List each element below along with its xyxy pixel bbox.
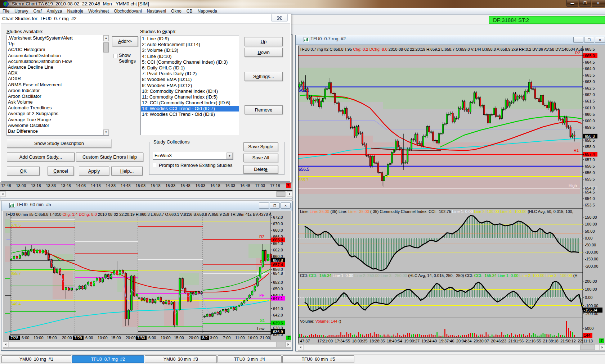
svg-text:13:48: 13:48 xyxy=(61,183,71,188)
svg-text:642.0: 642.0 xyxy=(273,313,283,317)
svg-text:15:00: 15:00 xyxy=(47,336,57,340)
svg-text:15:00: 15:00 xyxy=(174,336,184,340)
svg-text:21:01:56: 21:01:56 xyxy=(508,339,524,343)
svg-text:656.5: 656.5 xyxy=(299,167,309,172)
svg-text:-100.00: -100.00 xyxy=(585,304,598,308)
svg-text:658.0: 658.0 xyxy=(585,145,595,149)
svg-text:PP: PP xyxy=(259,293,265,297)
svg-text:0.00: 0.00 xyxy=(585,295,592,300)
svg-text:TFU0 0.7 rng #2 C:658.8 T:95: TFU0 0.7 rng #2 C:658.8 T:95 Chg:-0.2 DC… xyxy=(300,47,584,51)
svg-text:19:37:46: 19:37:46 xyxy=(439,339,454,343)
svg-text:658.8: 658.8 xyxy=(273,258,283,263)
svg-text:17:18: 17:18 xyxy=(270,183,280,188)
svg-text:6:00: 6:00 xyxy=(22,336,29,340)
svg-text:639.5: 639.5 xyxy=(273,321,283,325)
svg-text:0.00: 0.00 xyxy=(585,236,592,240)
svg-text:R1: R1 xyxy=(574,148,579,153)
svg-text:14:18: 14:18 xyxy=(91,183,101,188)
svg-text:7: 7 xyxy=(287,336,290,340)
svg-text:658.8: 658.8 xyxy=(585,134,595,138)
svg-text:6:00: 6:00 xyxy=(85,336,93,340)
svg-text:668.0: 668.0 xyxy=(273,228,283,232)
svg-text:-200.00: -200.00 xyxy=(585,264,598,268)
svg-text:663.5: 663.5 xyxy=(585,73,595,77)
svg-text:15:33: 15:33 xyxy=(166,183,176,188)
svg-text:665.5: 665.5 xyxy=(585,47,595,51)
svg-text:19:24:40: 19:24:40 xyxy=(421,339,437,343)
svg-text:660.0: 660.0 xyxy=(585,119,595,123)
svg-text:662.5: 662.5 xyxy=(585,86,595,90)
svg-text:654.8: 654.8 xyxy=(585,186,595,190)
svg-text:16:18: 16:18 xyxy=(210,183,220,188)
svg-text:22:11:13: 22:11:13 xyxy=(578,339,593,343)
svg-text:16:33: 16:33 xyxy=(225,183,236,188)
svg-text:654.8: 654.8 xyxy=(273,271,283,276)
svg-text:-150.00: -150.00 xyxy=(585,257,598,261)
svg-text:High: High xyxy=(569,183,577,188)
svg-text:7: 7 xyxy=(600,338,602,343)
svg-text:14:03: 14:03 xyxy=(76,183,86,188)
svg-text:14:33: 14:33 xyxy=(106,183,116,188)
svg-text:150.00: 150.00 xyxy=(585,215,597,219)
svg-text:659.5: 659.5 xyxy=(585,125,595,129)
svg-text:200.00: 200.00 xyxy=(585,279,597,283)
svg-text:15:00: 15:00 xyxy=(111,336,121,340)
svg-text:17:34:55: 17:34:55 xyxy=(335,339,350,343)
svg-text:7/29: 7/29 xyxy=(74,336,82,340)
svg-text:47:37: 47:37 xyxy=(300,339,310,343)
svg-text:7: 7 xyxy=(287,183,289,188)
svg-text:TFU0 60 min #5 C:658.8 T:40: TFU0 60 min #5 C:658.8 T:4010 Chg:-1.4 D… xyxy=(5,212,272,217)
svg-text:655.7: 655.7 xyxy=(299,178,309,182)
svg-text:663.0: 663.0 xyxy=(585,79,595,84)
svg-text:12:48: 12:48 xyxy=(1,183,11,188)
svg-text:20:04:34: 20:04:34 xyxy=(456,339,472,343)
svg-text:14:48: 14:48 xyxy=(121,183,131,188)
svg-text:655.5: 655.5 xyxy=(585,177,595,181)
svg-text:100.00: 100.00 xyxy=(585,222,597,226)
svg-text:-155.34: -155.34 xyxy=(584,308,597,312)
svg-text:-50.00: -50.00 xyxy=(585,243,596,247)
svg-text:16:48: 16:48 xyxy=(240,183,250,188)
svg-text:13:33: 13:33 xyxy=(46,183,56,188)
svg-text:656.5: 656.5 xyxy=(585,164,595,168)
svg-text:10:00: 10:00 xyxy=(33,336,44,340)
svg-text:Low: Low xyxy=(257,327,264,331)
svg-text:15:03: 15:03 xyxy=(136,183,146,188)
svg-text:21:16:55: 21:16:55 xyxy=(526,339,541,343)
svg-text:13:18: 13:18 xyxy=(31,183,41,188)
svg-text:7/28: 7/28 xyxy=(10,336,18,340)
svg-text:18:28:35: 18:28:35 xyxy=(369,339,385,343)
svg-text:50.00: 50.00 xyxy=(585,229,595,233)
svg-text:655.7: 655.7 xyxy=(11,271,21,276)
svg-text:13:03: 13:03 xyxy=(16,183,26,188)
svg-text:670.5: 670.5 xyxy=(11,223,21,227)
svg-text:653.5: 653.5 xyxy=(585,203,595,207)
svg-text:15:18: 15:18 xyxy=(151,183,161,188)
svg-text:646.4: 646.4 xyxy=(11,302,21,306)
svg-text:657.0: 657.0 xyxy=(585,158,595,162)
svg-text:657.4: 657.4 xyxy=(585,152,595,156)
svg-text:6:00: 6:00 xyxy=(148,336,156,340)
svg-text:15:48: 15:48 xyxy=(180,183,191,188)
svg-text:Line: Line: 35.00 (35) Lin: Line: Line: 35.00 (35) Line: Line: -35.0… xyxy=(300,209,573,214)
svg-text:17:03: 17:03 xyxy=(255,183,265,188)
svg-text:CCI: CCI: -155.34 Line 1: 0.: CCI: CCI: -155.34 Line 1: 0.00 Line 2: 2… xyxy=(300,273,577,278)
svg-text:R2: R2 xyxy=(259,235,264,239)
svg-text:20:00: 20:00 xyxy=(126,336,136,340)
svg-text:665.0: 665.0 xyxy=(585,54,595,58)
svg-text:7:00: 7:00 xyxy=(223,336,230,340)
svg-text:658.5: 658.5 xyxy=(585,138,595,142)
svg-text:Volume: Volume: 144 (): Volume: Volume: 144 () xyxy=(300,319,341,323)
svg-text:144: 144 xyxy=(584,333,590,337)
svg-text:20:00: 20:00 xyxy=(62,336,72,340)
svg-text:652.0: 652.0 xyxy=(273,280,283,285)
svg-text:21:50:12: 21:50:12 xyxy=(560,339,576,343)
svg-text:656.0: 656.0 xyxy=(585,170,595,175)
svg-text:16:03: 16:03 xyxy=(196,183,206,188)
svg-text:S1: S1 xyxy=(260,318,265,323)
svg-text:670.0: 670.0 xyxy=(273,222,283,226)
svg-text:16:00: 16:00 xyxy=(248,336,258,340)
svg-text:654.5: 654.5 xyxy=(585,190,595,194)
svg-text:654.0: 654.0 xyxy=(585,196,595,201)
svg-text:18:49:54: 18:49:54 xyxy=(387,339,402,343)
